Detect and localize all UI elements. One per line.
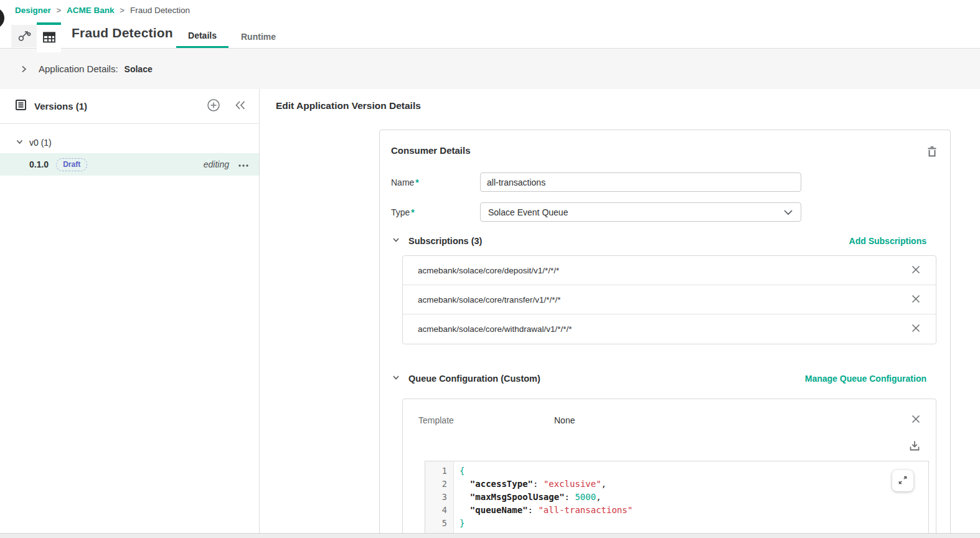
template-row: Template None [403, 399, 936, 426]
edit-panel: Edit Application Version Details Consume… [260, 89, 980, 533]
code-line[interactable]: "accessType": "exclusive", [459, 478, 928, 491]
close-icon [911, 294, 921, 306]
subscription-topic: acmebank/solace/core/deposit/v1/*/*/* [418, 266, 559, 275]
chevron-right-icon[interactable] [19, 65, 28, 73]
remove-subscription-button[interactable] [911, 323, 921, 335]
bottom-edge-strip [0, 533, 980, 538]
page-title: Fraud Detection [72, 26, 173, 40]
required-mark: * [411, 207, 414, 217]
name-label: Name* [391, 177, 480, 187]
code-content[interactable]: { "accessType": "exclusive", "maxMsgSpoo… [454, 461, 928, 533]
subscription-row: acmebank/solace/core/withdrawal/v1/*/*/* [403, 314, 936, 344]
editing-indicator: editing [204, 159, 229, 169]
queue-config-box: Template None [402, 399, 936, 533]
version-group-row[interactable]: v0 (1) [0, 134, 259, 151]
remove-subscription-button[interactable] [911, 294, 921, 306]
breadcrumb: Designer > ACME Bank > Fraud Detection [15, 6, 190, 15]
trash-icon [926, 145, 938, 159]
versions-header: Versions (1) [0, 89, 259, 124]
consumer-card: Consumer Details Name* [379, 130, 951, 533]
queue-config-title: Queue Configuration (Custom) [408, 374, 540, 384]
required-mark: * [415, 177, 418, 187]
code-line-numbers: 12345 [425, 461, 454, 533]
application-details-bar[interactable]: Application Details: Solace [0, 48, 980, 89]
template-value: None [554, 415, 575, 425]
subscriptions-title: Subscriptions (3) [408, 236, 482, 246]
add-subscriptions-link[interactable]: Add Subscriptions [849, 236, 926, 246]
name-field-row: Name* [391, 172, 950, 192]
subscription-topic: acmebank/solace/core/transfer/v1/*/*/* [418, 295, 561, 304]
tab-details[interactable]: Details [176, 25, 229, 48]
close-icon [911, 414, 921, 426]
versions-icon [15, 99, 27, 113]
application-details-label: Application Details: [39, 64, 118, 74]
versions-title: Versions (1) [34, 101, 207, 111]
delete-consumer-button[interactable] [926, 145, 938, 159]
line-number: 3 [425, 491, 453, 504]
app-root: Designer > ACME Bank > Fraud Detection [0, 0, 980, 538]
queue-config-section-header: Queue Configuration (Custom) Manage Queu… [392, 373, 926, 384]
line-number: 1 [425, 465, 453, 478]
chevron-down-icon[interactable] [392, 235, 400, 247]
code-line[interactable]: "maxMsgSpoolUsage": 5000, [459, 491, 928, 504]
ellipsis-icon [238, 160, 249, 169]
collapse-panel-button[interactable] [234, 100, 247, 112]
version-overflow-menu-button[interactable] [238, 160, 249, 169]
chevron-down-icon[interactable] [392, 373, 400, 384]
subscriptions-list: acmebank/solace/core/deposit/v1/*/*/* ac… [402, 255, 936, 344]
draft-status-badge: Draft [56, 158, 87, 171]
breadcrumb-separator: > [120, 6, 125, 15]
type-label: Type* [391, 207, 480, 217]
download-icon [908, 440, 921, 454]
versions-sidebar: Versions (1) [0, 89, 260, 533]
double-chevron-left-icon [234, 100, 247, 112]
type-field-row: Type* Solace Event Queue [391, 202, 950, 222]
plus-circle-icon [207, 98, 220, 114]
tab-runtime[interactable]: Runtime [233, 25, 284, 48]
close-icon [911, 323, 921, 335]
breadcrumb-designer[interactable]: Designer [15, 6, 51, 15]
line-number: 2 [425, 478, 453, 491]
code-line[interactable]: } [459, 517, 928, 530]
code-line[interactable]: "queueName": "all-transactions" [459, 504, 928, 517]
remove-subscription-button[interactable] [911, 265, 921, 276]
manage-queue-configuration-link[interactable]: Manage Queue Configuration [805, 374, 926, 384]
chevron-down-icon [783, 207, 793, 218]
chevron-down-icon [16, 137, 24, 148]
queue-config-code-editor[interactable]: 12345 { "accessType": "exclusive", "maxM… [425, 461, 929, 533]
tab-list-view[interactable] [37, 22, 61, 52]
line-number: 4 [425, 504, 453, 517]
breadcrumb-acme-bank[interactable]: ACME Bank [67, 6, 115, 15]
name-input[interactable] [480, 172, 801, 192]
version-number: 0.1.0 [29, 159, 49, 169]
breadcrumb-current: Fraud Detection [130, 6, 190, 15]
topology-icon [17, 27, 32, 45]
content-area: Versions (1) [0, 89, 980, 533]
consumer-card-title: Consumer Details [391, 145, 926, 156]
list-view-icon [42, 30, 57, 47]
download-row [403, 426, 936, 454]
remove-template-button[interactable] [911, 414, 921, 426]
version-row-selected[interactable]: 0.1.0 Draft editing [0, 153, 259, 176]
application-details-value: Solace [125, 64, 153, 74]
subscriptions-section-header: Subscriptions (3) Add Subscriptions [392, 235, 926, 247]
edit-panel-heading: Edit Application Version Details [276, 100, 421, 111]
template-label: Template [418, 415, 554, 425]
close-icon [911, 265, 921, 276]
add-version-button[interactable] [207, 98, 220, 114]
breadcrumb-separator: > [57, 6, 61, 15]
type-select[interactable]: Solace Event Queue [480, 202, 801, 222]
line-number: 5 [425, 517, 453, 530]
edge-cutoff-button[interactable] [0, 7, 4, 29]
version-group-label: v0 (1) [29, 138, 52, 148]
download-config-button[interactable] [908, 440, 921, 454]
type-select-value: Solace Event Queue [488, 207, 783, 217]
subscription-row: acmebank/solace/core/deposit/v1/*/*/* [403, 256, 936, 285]
subscription-row: acmebank/solace/core/transfer/v1/*/*/* [403, 285, 936, 314]
subscription-topic: acmebank/solace/core/withdrawal/v1/*/*/* [418, 324, 572, 334]
consumer-card-header: Consumer Details [380, 130, 950, 159]
expand-icon [897, 474, 908, 488]
expand-editor-button[interactable] [892, 470, 913, 491]
code-line[interactable]: { [459, 465, 928, 478]
tab-topology-view[interactable] [11, 25, 37, 47]
